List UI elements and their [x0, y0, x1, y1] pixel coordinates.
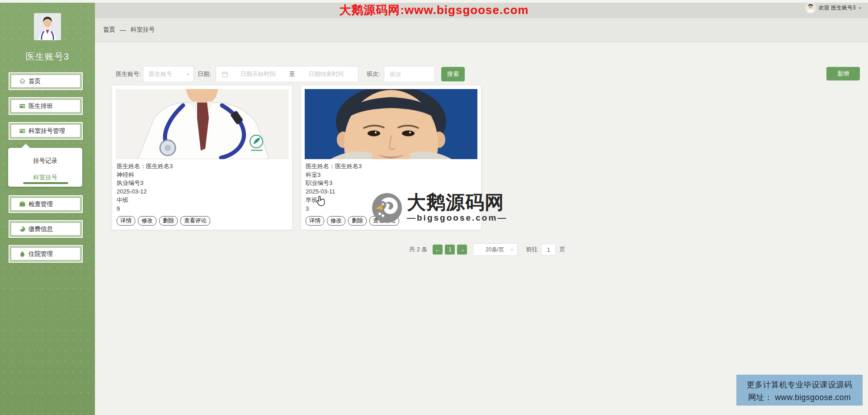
view-comments-button[interactable]: 查看评论 [369, 216, 399, 226]
sidebar-item-exam-mgmt[interactable]: 检查管理 [9, 195, 83, 213]
goto-label: 前往 [526, 245, 538, 254]
registration-card: 医生姓名：医生姓名3 科室3 职业编号3 2025-03-11 早班 3 详情 … [301, 85, 481, 230]
registration-card: 医生姓名：医生姓名3 神经科 执业编号3 2025-03-12 中班 9 详情 … [112, 85, 292, 230]
user-menu[interactable]: 欢迎 医生账号3 ∨ [805, 2, 862, 14]
shift-field-wrap [384, 66, 435, 82]
chevron-down-icon: ∨ [186, 72, 190, 76]
female-doctor-photo-illustration [305, 89, 477, 159]
welcome-text: 欢迎 医生账号3 [819, 4, 856, 12]
department-line: 科室3 [306, 171, 476, 179]
department-line: 神经科 [117, 171, 288, 179]
main-content: 医生账号: 医生账号 ∨ 日期: 日期开始时间 至 日期结束时间 班次: 搜索 … [95, 42, 868, 415]
shift-input[interactable] [384, 66, 434, 82]
sidebar-subitem-registration-records[interactable]: 挂号记录 [8, 157, 82, 165]
top-header [95, 3, 868, 18]
delete-button[interactable]: 删除 [159, 216, 178, 226]
delete-button[interactable]: 删除 [348, 216, 367, 226]
sidebar-item-label: 缴费信息 [28, 225, 53, 233]
sidebar-item-dept-registration-mgmt[interactable]: 科室挂号管理 [9, 122, 83, 140]
doctor-account-select[interactable]: 医生账号 ∨ [143, 66, 194, 82]
doctor-name-line: 医生姓名：医生姓名3 [306, 162, 476, 171]
chevron-down-icon: ∨ [859, 6, 862, 10]
breadcrumb-home[interactable]: 首页 [103, 26, 115, 34]
sidebar: 医生账号3 首页 医生排班 科室挂号管理 挂号记录 科室挂号 [0, 3, 95, 415]
date-start-placeholder: 日期开始时间 [229, 70, 288, 78]
date-line: 2025-03-12 [117, 188, 288, 196]
doctor-photo [116, 89, 288, 159]
page-unit-label: 页 [559, 245, 565, 254]
license-line: 执业编号3 [117, 179, 288, 188]
add-button[interactable]: 新增 [826, 67, 860, 80]
date-end-placeholder: 日期结束时间 [297, 70, 356, 78]
sidebar-doctor-avatar [34, 13, 61, 40]
edit-button[interactable]: 修改 [327, 216, 345, 226]
date-range-input[interactable]: 日期开始时间 至 日期结束时间 [216, 66, 359, 82]
card-info: 医生姓名：医生姓名3 科室3 职业编号3 2025-03-11 早班 3 [301, 159, 481, 213]
goto-page-input[interactable] [541, 244, 556, 255]
pie-chart-icon [19, 226, 26, 232]
droplet-icon [19, 250, 26, 257]
total-count: 共 2 条 [409, 245, 427, 254]
view-comments-button[interactable]: 查看评论 [180, 216, 210, 226]
chevron-down-icon: ∨ [510, 247, 514, 252]
number-line: 3 [306, 205, 476, 213]
date-to-separator: 至 [288, 70, 297, 78]
shift-line: 中班 [117, 196, 288, 205]
sidebar-username: 医生账号3 [0, 51, 95, 63]
page-size-select[interactable]: 20条/页 ∨ [473, 243, 518, 256]
wallet-icon [19, 127, 26, 134]
promo-banner: 更多计算机专业毕设课设源码 网址： www.bigsgoose.com [736, 375, 863, 406]
doctor-name-line: 医生姓名：医生姓名3 [117, 162, 288, 171]
sidebar-item-payment-info[interactable]: 缴费信息 [9, 220, 83, 238]
sidebar-item-label: 住院管理 [28, 250, 53, 258]
card-actions: 详情 修改 删除 查看评论 [301, 213, 481, 231]
page-top-strip [0, 0, 868, 3]
page-size-value: 20条/页 [479, 246, 510, 254]
prev-page-button[interactable]: ← [433, 245, 443, 255]
sidebar-item-hospitalization-mgmt[interactable]: 住院管理 [9, 245, 83, 263]
active-submenu-indicator [23, 182, 68, 184]
sidebar-item-home[interactable]: 首页 [9, 72, 83, 90]
date-line: 2025-03-11 [306, 188, 476, 196]
doctor-avatar-illustration [34, 13, 61, 40]
doctor-account-label: 医生账号: [116, 66, 141, 82]
doctor-photo [305, 89, 477, 159]
sidebar-item-label: 科室挂号管理 [28, 127, 65, 135]
sidebar-item-label: 医生排班 [28, 102, 53, 110]
doctor-account-placeholder: 医生账号 [149, 70, 186, 78]
card-actions: 详情 修改 删除 查看评论 [112, 213, 292, 231]
number-line: 9 [117, 205, 288, 213]
edit-button[interactable]: 修改 [138, 216, 156, 226]
date-label: 日期: [198, 66, 211, 82]
breadcrumb-current: 科室挂号 [131, 26, 155, 34]
male-doctor-photo-illustration [116, 89, 288, 159]
filter-bar: 医生账号: 医生账号 ∨ 日期: 日期开始时间 至 日期结束时间 班次: 搜索 … [95, 66, 868, 82]
breadcrumb: 首页 — 科室挂号 [95, 18, 868, 42]
license-line: 职业编号3 [306, 179, 476, 188]
detail-button[interactable]: 详情 [306, 216, 324, 226]
detail-button[interactable]: 详情 [117, 216, 135, 226]
sidebar-item-doctor-schedule[interactable]: 医生排班 [9, 97, 83, 115]
search-button[interactable]: 搜索 [441, 67, 465, 81]
pagination: 共 2 条 ← 1 → 20条/页 ∨ 前往 页 [409, 243, 565, 256]
next-page-button[interactable]: → [457, 245, 467, 255]
page-1-button[interactable]: 1 [445, 245, 455, 255]
sidebar-submenu: 挂号记录 科室挂号 [8, 148, 82, 187]
card-info: 医生姓名：医生姓名3 神经科 执业编号3 2025-03-12 中班 9 [112, 159, 292, 213]
home-icon [19, 78, 26, 85]
wallet-icon [19, 103, 26, 109]
sidebar-item-label: 首页 [28, 77, 41, 85]
shift-label: 班次: [367, 66, 380, 82]
breadcrumb-separator: — [120, 27, 126, 33]
calendar-icon [222, 71, 229, 78]
shift-line: 早班 [306, 196, 476, 205]
sidebar-item-label: 检查管理 [28, 200, 53, 208]
briefcase-icon [19, 201, 26, 208]
promo-line1: 更多计算机专业毕设课设源码 [737, 378, 862, 391]
promo-line2: 网址： www.bigsgoose.com [737, 391, 862, 404]
sidebar-subitem-dept-registration[interactable]: 科室挂号 [8, 174, 82, 182]
user-avatar [805, 2, 816, 13]
